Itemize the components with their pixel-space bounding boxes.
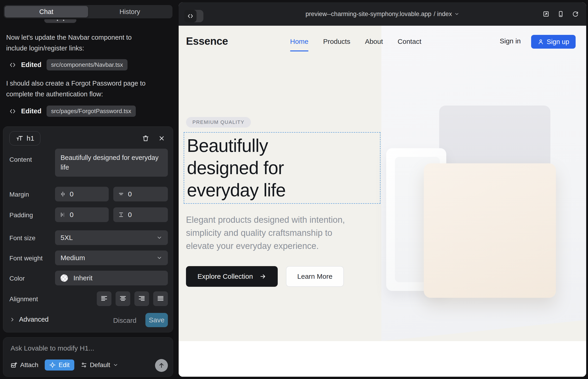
- external-link-icon: [542, 11, 549, 17]
- close-icon: [158, 135, 165, 142]
- type-icon: [15, 134, 23, 142]
- color-value: Inherit: [73, 274, 93, 282]
- code-icon: [9, 108, 16, 115]
- nav-link-about[interactable]: About: [365, 38, 383, 46]
- assistant-message: I should also create a Forgot Password p…: [6, 78, 170, 100]
- align-center-icon: [119, 295, 127, 303]
- sign-in-link[interactable]: Sign in: [500, 37, 521, 45]
- margin-x-input[interactable]: 0: [55, 187, 109, 201]
- content-label: Content: [9, 156, 32, 163]
- chat-history-tabs: Chat History: [4, 5, 172, 18]
- element-editor-panel: h1 Content Beautifully designed for ever…: [3, 126, 173, 332]
- tab-chat[interactable]: Chat: [5, 6, 88, 17]
- margin-x-value: 0: [70, 190, 74, 198]
- arrow-up-icon: [158, 362, 165, 369]
- learn-more-button[interactable]: Learn More: [286, 266, 344, 287]
- open-in-new-tab-button[interactable]: [541, 9, 551, 19]
- margin-vertical-icon: [118, 191, 124, 197]
- nav-link-contact[interactable]: Contact: [398, 38, 421, 46]
- nav-link-home[interactable]: Home: [290, 38, 309, 46]
- refresh-button[interactable]: [570, 9, 581, 19]
- margin-y-value: 0: [128, 190, 132, 198]
- chat-toolbar: Attach Edit Default: [11, 360, 118, 371]
- arrow-right-icon: [259, 273, 266, 280]
- edited-label: Edited: [21, 107, 42, 115]
- edited-file-row[interactable]: Edited src/pages/ForgotPassword.tsx: [9, 106, 136, 117]
- chat-input-card: Ask Lovable to modify H1... Attach Edit: [3, 337, 173, 377]
- chevron-down-icon: [113, 362, 118, 368]
- element-tag-pill[interactable]: h1: [9, 131, 40, 145]
- padding-y-input[interactable]: 0: [113, 207, 168, 222]
- discard-button[interactable]: Discard: [111, 316, 139, 324]
- chat-input[interactable]: Ask Lovable to modify H1...: [11, 344, 94, 352]
- align-justify-icon: [157, 295, 164, 303]
- target-icon: [49, 362, 56, 368]
- font-weight-select[interactable]: Medium: [55, 251, 168, 265]
- chevron-right-icon: [9, 316, 15, 323]
- default-label: Default: [90, 361, 110, 369]
- h1-selection-outline[interactable]: Beautifully designed for everyday life: [184, 132, 380, 204]
- attach-button[interactable]: Attach: [11, 361, 38, 369]
- url-host: preview--charming-site-symphony.lovable.…: [306, 11, 431, 18]
- nav-link-products[interactable]: Products: [323, 38, 350, 46]
- margin-horizontal-icon: [60, 191, 66, 197]
- attach-image-icon: [11, 362, 17, 368]
- close-editor-button[interactable]: [156, 133, 167, 144]
- site-logo[interactable]: Essence: [186, 35, 228, 47]
- padding-y-value: 0: [128, 211, 132, 219]
- sign-up-label: Sign up: [547, 38, 569, 46]
- edit-label: Edit: [59, 361, 69, 369]
- font-size-select[interactable]: 5XL: [55, 230, 168, 245]
- alignment-label: Alignment: [9, 296, 38, 303]
- trash-icon: [142, 135, 149, 142]
- chevron-down-icon: [454, 12, 459, 16]
- site-nav: Home Products About Contact: [290, 26, 421, 57]
- tab-history[interactable]: History: [88, 6, 171, 17]
- preview-topbar: preview--charming-site-symphony.lovable.…: [179, 2, 586, 26]
- send-button[interactable]: [155, 359, 168, 372]
- content-textarea[interactable]: Beautifully designed for everyday life: [55, 149, 168, 177]
- file-chip[interactable]: src/components/Navbar.tsx: [46, 59, 128, 70]
- edited-label: Edited: [21, 61, 42, 69]
- align-center-button[interactable]: [116, 291, 130, 306]
- font-size-label: Font size: [9, 235, 35, 242]
- save-button[interactable]: Save: [145, 313, 168, 327]
- app-screen: Chat History Now let's update the Navbar…: [0, 0, 588, 379]
- margin-y-input[interactable]: 0: [113, 187, 168, 201]
- align-right-icon: [138, 295, 146, 303]
- edit-mode-button[interactable]: Edit: [45, 360, 74, 371]
- color-select[interactable]: Inherit: [55, 271, 168, 285]
- padding-x-value: 0: [70, 211, 74, 219]
- url-path: / index: [434, 11, 452, 18]
- clipped-chip: [44, 19, 76, 23]
- advanced-toggle[interactable]: Advanced: [9, 316, 49, 323]
- hero-heading[interactable]: Beautifully designed for everyday life: [184, 133, 380, 201]
- chevron-down-icon: [156, 235, 162, 241]
- font-size-value: 5XL: [61, 234, 73, 242]
- decor-shape-cream: [424, 163, 556, 298]
- hero-paragraph: Elegant products designed with intention…: [186, 213, 345, 253]
- alignment-group: [97, 291, 168, 306]
- explore-collection-button[interactable]: Explore Collection: [186, 266, 278, 287]
- align-justify-button[interactable]: [153, 291, 168, 306]
- font-weight-label: Font weight: [9, 255, 43, 262]
- sign-up-button[interactable]: Sign up: [531, 35, 576, 49]
- site-viewport: Essence Home Products About Contact Sign…: [179, 26, 586, 377]
- explore-collection-label: Explore Collection: [198, 272, 253, 280]
- mobile-view-button[interactable]: [556, 9, 566, 19]
- align-right-button[interactable]: [134, 291, 149, 306]
- element-tag-label: h1: [27, 134, 34, 142]
- preview-panel: preview--charming-site-symphony.lovable.…: [179, 2, 586, 377]
- align-left-icon: [100, 295, 108, 303]
- align-left-button[interactable]: [97, 291, 111, 306]
- margin-label: Margin: [9, 191, 29, 198]
- delete-element-button[interactable]: [140, 133, 151, 144]
- url-bar[interactable]: preview--charming-site-symphony.lovable.…: [179, 2, 586, 26]
- edited-file-row[interactable]: Edited src/components/Navbar.tsx: [9, 59, 127, 70]
- file-chip[interactable]: src/pages/ForgotPassword.tsx: [46, 106, 136, 117]
- padding-x-input[interactable]: 0: [55, 207, 109, 222]
- sliders-icon: [81, 362, 87, 368]
- default-mode-dropdown[interactable]: Default: [81, 361, 119, 369]
- section-below-hero: [179, 341, 586, 377]
- assistant-message: Now let's update the Navbar component to…: [6, 32, 170, 54]
